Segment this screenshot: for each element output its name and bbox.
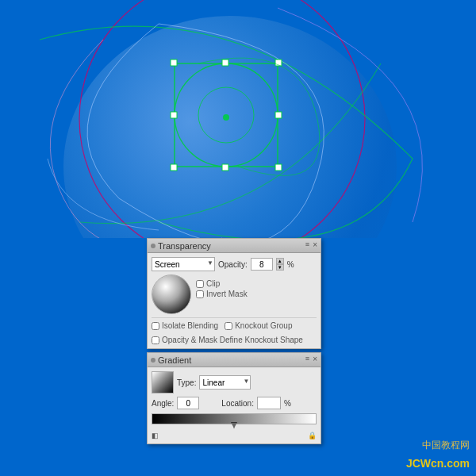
gradient-start-icon[interactable]: ◧ bbox=[152, 432, 159, 440]
gradient-end-icon[interactable]: 🔒 bbox=[308, 432, 317, 440]
chinese-text-area: 中国教程网 bbox=[422, 439, 470, 452]
angle-location-row: Angle: Location: % bbox=[152, 397, 317, 409]
location-unit: % bbox=[284, 399, 291, 408]
gradient-bar[interactable] bbox=[152, 413, 317, 424]
panels-container: Transparency × ≡ Screen ▼ Opacity: ▲ ▼ bbox=[147, 238, 321, 444]
vector-artwork bbox=[0, 0, 476, 238]
transparency-panel: Transparency × ≡ Screen ▼ Opacity: ▲ ▼ bbox=[147, 238, 321, 349]
svg-rect-11 bbox=[171, 112, 177, 118]
thumbnail-row: Clip Invert Mask bbox=[152, 274, 317, 314]
location-input[interactable] bbox=[257, 397, 281, 409]
opacity-stepper: ▲ ▼ bbox=[276, 258, 284, 271]
gradient-menu-icon[interactable]: ≡ bbox=[305, 355, 309, 363]
site-label: JCWcn.com bbox=[406, 457, 470, 470]
watermark-area: JCWcn.com bbox=[406, 457, 470, 470]
location-label: Location: bbox=[221, 399, 254, 408]
gradient-type-select[interactable]: Linear Radial bbox=[199, 375, 251, 390]
gradient-panel: Gradient × ≡ Type: Linear Radial ▼ Angle… bbox=[147, 352, 321, 444]
transparency-panel-header: Transparency × ≡ bbox=[148, 239, 321, 253]
opacity-mask-row: Opacity & Mask Define Knockout Shape bbox=[152, 336, 317, 344]
opacity-mask-label: Opacity & Mask Define Knockout Shape bbox=[162, 336, 303, 344]
svg-point-3 bbox=[223, 114, 229, 121]
gradient-preview[interactable] bbox=[152, 371, 174, 393]
gradient-panel-title: Gradient bbox=[158, 355, 191, 365]
svg-rect-8 bbox=[275, 164, 282, 171]
svg-rect-7 bbox=[171, 164, 177, 171]
gradient-panel-dot-icon bbox=[151, 358, 155, 363]
transparency-close-icon[interactable]: × bbox=[313, 240, 317, 249]
isolate-row: Isolate Blending bbox=[152, 321, 218, 330]
thumbnail-sphere bbox=[152, 275, 190, 313]
type-select-wrapper: Linear Radial ▼ bbox=[199, 375, 251, 390]
clip-checkbox[interactable] bbox=[196, 280, 204, 288]
transparency-panel-title: Transparency bbox=[158, 241, 211, 251]
svg-rect-12 bbox=[275, 112, 282, 118]
gradient-slider-thumb[interactable] bbox=[231, 422, 237, 428]
knockout-row: Knockout Group bbox=[225, 321, 292, 330]
opacity-increment-button[interactable]: ▲ bbox=[276, 258, 284, 264]
transparency-thumbnail[interactable] bbox=[152, 274, 191, 314]
clip-options: Clip Invert Mask bbox=[196, 274, 248, 298]
blend-mode-wrapper: Screen ▼ bbox=[152, 257, 215, 271]
gradient-close-icon[interactable]: × bbox=[313, 355, 317, 363]
isolate-blending-checkbox[interactable] bbox=[152, 322, 159, 330]
bottom-checks: Isolate Blending Knockout Group Opacity … bbox=[152, 317, 317, 344]
angle-label: Angle: bbox=[152, 399, 174, 408]
invert-mask-checkbox[interactable] bbox=[196, 290, 204, 298]
clip-row: Clip bbox=[196, 279, 248, 288]
gradient-panel-header: Gradient × ≡ bbox=[148, 353, 321, 367]
transparency-content: Screen ▼ Opacity: ▲ ▼ % bbox=[148, 253, 321, 348]
svg-rect-10 bbox=[222, 164, 228, 171]
knockout-group-checkbox[interactable] bbox=[225, 322, 232, 330]
gradient-content: Type: Linear Radial ▼ Angle: Location: % bbox=[148, 367, 321, 443]
panel-dot-icon bbox=[151, 244, 155, 248]
opacity-label: Opacity: bbox=[218, 260, 248, 269]
opacity-mask-checkbox[interactable] bbox=[152, 336, 159, 344]
isolate-blending-label: Isolate Blending bbox=[162, 321, 218, 330]
svg-rect-9 bbox=[222, 60, 228, 66]
blend-mode-select[interactable]: Screen bbox=[152, 257, 215, 271]
invert-mask-label: Invert Mask bbox=[206, 290, 248, 298]
type-label: Type: bbox=[177, 378, 196, 387]
opacity-decrement-button[interactable]: ▼ bbox=[276, 264, 284, 271]
opacity-input[interactable] bbox=[251, 258, 273, 271]
gradient-bar-container bbox=[152, 413, 317, 429]
gradient-type-row: Type: Linear Radial ▼ bbox=[152, 371, 317, 393]
knockout-group-label: Knockout Group bbox=[235, 321, 292, 330]
svg-rect-5 bbox=[171, 60, 177, 66]
blend-opacity-row: Screen ▼ Opacity: ▲ ▼ % bbox=[152, 257, 317, 271]
transparency-menu-icon[interactable]: ≡ bbox=[305, 240, 309, 248]
opacity-unit: % bbox=[287, 260, 294, 269]
canvas-area bbox=[0, 0, 476, 238]
clip-label: Clip bbox=[206, 279, 220, 288]
gradient-bar-icons: ◧ 🔒 bbox=[152, 432, 317, 440]
chinese-label: 中国教程网 bbox=[422, 440, 470, 451]
invert-mask-row: Invert Mask bbox=[196, 290, 248, 298]
angle-input[interactable] bbox=[177, 397, 199, 409]
isolate-knockout-row: Isolate Blending Knockout Group bbox=[152, 321, 317, 330]
